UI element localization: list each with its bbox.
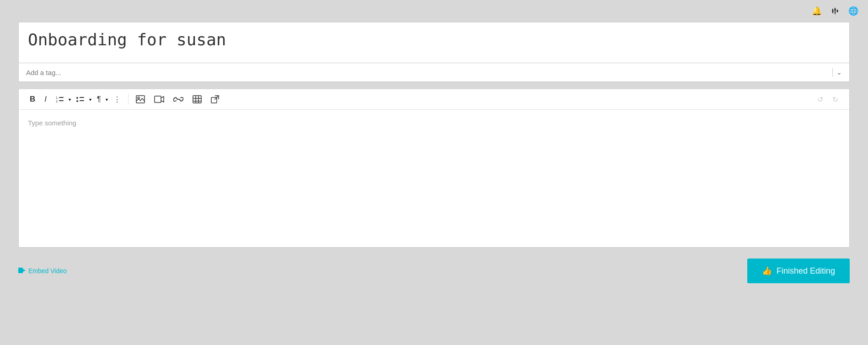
svg-rect-25 [18, 268, 23, 273]
toolbar-right: ↺ ↻ [814, 93, 842, 106]
svg-point-11 [76, 100, 78, 102]
settings-icon[interactable] [828, 4, 842, 18]
svg-marker-26 [23, 269, 26, 272]
svg-rect-18 [193, 96, 201, 103]
image-button[interactable] [132, 93, 149, 105]
paragraph-chevron[interactable]: ▾ [106, 97, 108, 102]
more-options-button[interactable]: ⋮ [110, 93, 124, 106]
svg-text:2.: 2. [56, 100, 59, 103]
embed-video-link[interactable]: Embed Video [18, 267, 67, 275]
finished-editing-button[interactable]: 👍 Finished Editing [747, 259, 850, 283]
svg-rect-13 [80, 100, 84, 101]
svg-point-3 [832, 10, 834, 12]
title-input[interactable]: Onboarding for susan [18, 22, 850, 63]
svg-rect-9 [59, 100, 64, 101]
ordered-list-button[interactable]: 1. 2. [52, 94, 68, 105]
link-button[interactable] [170, 94, 187, 104]
thumbs-up-icon: 👍 [762, 266, 772, 276]
editor-toolbar: B I 1. 2. ▾ [19, 89, 849, 110]
embed-video-label: Embed Video [28, 267, 67, 275]
table-button[interactable] [189, 93, 205, 105]
ordered-list-chevron[interactable]: ▾ [69, 97, 71, 102]
tag-divider [832, 68, 833, 77]
content-placeholder: Type something [28, 119, 76, 127]
unordered-list-dropdown[interactable]: ▾ [73, 94, 91, 105]
ordered-list-dropdown[interactable]: 1. 2. ▾ [52, 94, 71, 105]
paragraph-button[interactable]: ¶ [93, 93, 105, 105]
main-container: Onboarding for susan ⌄ B I 1. 2. ▾ [18, 22, 850, 248]
footer-bar: Embed Video 👍 Finished Editing [0, 251, 868, 291]
top-bar: 🔔 🌐 [0, 0, 868, 22]
unordered-list-button[interactable] [73, 94, 88, 105]
tag-input[interactable] [26, 69, 829, 76]
toolbar-separator-1 [128, 94, 129, 105]
editor-container: B I 1. 2. ▾ [18, 89, 850, 248]
editor-content[interactable]: Type something [19, 110, 849, 247]
italic-button[interactable]: I [41, 93, 50, 106]
svg-rect-8 [59, 97, 64, 98]
redo-button[interactable]: ↻ [829, 93, 842, 106]
external-link-button[interactable] [207, 93, 223, 105]
svg-rect-12 [80, 97, 84, 98]
bold-button[interactable]: B [26, 93, 39, 106]
paragraph-dropdown[interactable]: ¶ ▾ [93, 93, 108, 105]
svg-text:1.: 1. [56, 96, 59, 99]
globe-icon[interactable]: 🌐 [846, 4, 861, 18]
finished-editing-label: Finished Editing [777, 266, 835, 276]
svg-point-4 [834, 9, 836, 11]
bell-icon[interactable]: 🔔 [809, 4, 824, 18]
svg-point-10 [76, 97, 78, 99]
tag-input-wrapper: ⌄ [18, 63, 850, 82]
video-button[interactable] [150, 94, 168, 105]
svg-point-5 [836, 10, 838, 12]
chevron-down-icon[interactable]: ⌄ [836, 69, 842, 76]
unordered-list-chevron[interactable]: ▾ [89, 97, 91, 102]
undo-button[interactable]: ↺ [814, 93, 827, 106]
embed-video-icon [18, 267, 26, 275]
svg-rect-16 [155, 96, 161, 102]
